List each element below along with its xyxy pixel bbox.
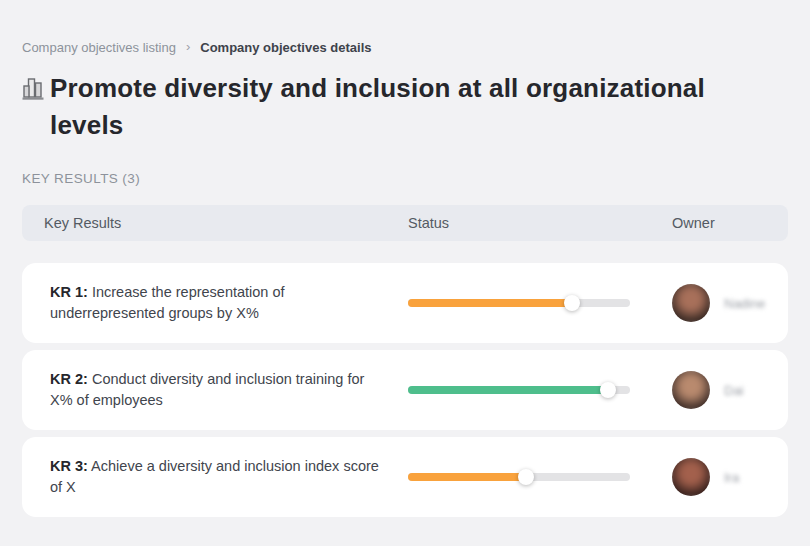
key-result-row-1[interactable]: KR 1: Increase the representation of und… [22, 263, 788, 343]
key-result-text: KR 3: Achieve a diversity and inclusion … [50, 456, 390, 498]
owner-cell: Nadine [630, 284, 788, 322]
column-header-key-results: Key Results [44, 215, 402, 231]
status-cell [408, 386, 630, 394]
slider-knob[interactable] [518, 469, 534, 485]
title-row: Promote diversity and inclusion at all o… [22, 70, 762, 144]
owner-avatar [672, 371, 710, 409]
key-results-list: KR 1: Increase the representation of und… [22, 263, 788, 517]
progress-slider[interactable] [408, 299, 630, 307]
breadcrumb-link-objectives-listing[interactable]: Company objectives listing [22, 40, 176, 55]
key-result-row-2[interactable]: KR 2: Conduct diversity and inclusion tr… [22, 350, 788, 430]
owner-cell: Dai [630, 371, 788, 409]
slider-knob[interactable] [564, 295, 580, 311]
status-cell [408, 299, 630, 307]
progress-slider[interactable] [408, 473, 630, 481]
key-results-count-label: KEY RESULTS (3) [22, 171, 788, 186]
progress-fill [408, 299, 572, 307]
column-header-owner: Owner [624, 215, 788, 231]
kr-number-label: KR 3: [50, 458, 88, 474]
kr-number-label: KR 1: [50, 284, 88, 300]
kr-number-label: KR 2: [50, 371, 88, 387]
page-title: Promote diversity and inclusion at all o… [50, 70, 740, 144]
column-header-status: Status [402, 215, 624, 231]
key-result-row-3[interactable]: KR 3: Achieve a diversity and inclusion … [22, 437, 788, 517]
breadcrumb: Company objectives listing › Company obj… [22, 40, 788, 55]
kr-description: Achieve a diversity and inclusion index … [50, 458, 379, 495]
progress-slider[interactable] [408, 386, 630, 394]
progress-fill [408, 386, 608, 394]
progress-fill [408, 473, 526, 481]
key-result-text: KR 1: Increase the representation of und… [50, 282, 390, 324]
owner-name: Ira [724, 470, 739, 485]
owner-avatar [672, 284, 710, 322]
table-header: Key Results Status Owner [22, 205, 788, 241]
breadcrumb-current-objectives-details: Company objectives details [200, 40, 371, 55]
company-buildings-icon [22, 77, 44, 101]
chevron-right-icon: › [186, 39, 190, 54]
owner-cell: Ira [630, 458, 788, 496]
status-cell [408, 473, 630, 481]
owner-name: Dai [724, 383, 744, 398]
owner-avatar [672, 458, 710, 496]
slider-knob[interactable] [600, 382, 616, 398]
owner-name: Nadine [724, 296, 765, 311]
kr-description: Conduct diversity and inclusion training… [50, 371, 364, 408]
key-result-text: KR 2: Conduct diversity and inclusion tr… [50, 369, 390, 411]
company-objective-details-page: Company objectives listing › Company obj… [0, 0, 810, 517]
